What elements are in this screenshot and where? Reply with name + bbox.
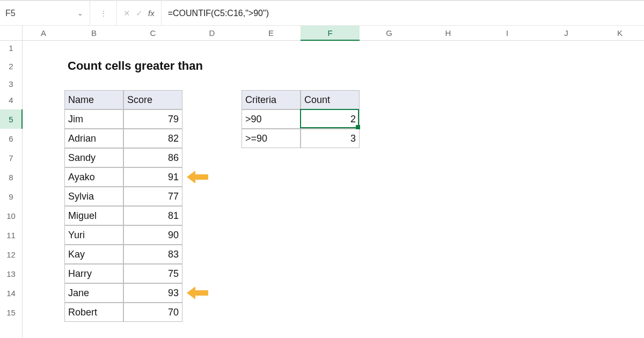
row-header-1[interactable]: 1 <box>0 41 22 55</box>
table2-count-5[interactable]: 2 <box>301 109 360 129</box>
name-box-value: F5 <box>5 9 77 18</box>
column-header-A[interactable]: A <box>23 26 64 40</box>
column-header-I[interactable]: I <box>478 26 537 40</box>
chevron-down-icon[interactable]: ⌄ <box>77 9 83 17</box>
row-header-9[interactable]: 9 <box>0 187 22 206</box>
table1-score-12[interactable]: 83 <box>123 245 182 264</box>
column-header-J[interactable]: J <box>537 26 596 40</box>
fx-icon[interactable]: fx <box>148 9 155 18</box>
table1-name-6[interactable]: Adrian <box>64 129 123 148</box>
formula-bar-icons: ✕ ✓ fx <box>117 1 162 25</box>
table1-name-10[interactable]: Miguel <box>64 206 123 225</box>
column-header-B[interactable]: B <box>64 26 123 40</box>
row-header-15[interactable]: 15 <box>0 303 22 322</box>
column-header-H[interactable]: H <box>419 26 478 40</box>
row-header-4[interactable]: 4 <box>0 90 22 109</box>
column-header-C[interactable]: C <box>123 26 182 40</box>
table1-score-7[interactable]: 86 <box>123 148 182 167</box>
cancel-icon[interactable]: ✕ <box>123 9 130 18</box>
table1-score-11[interactable]: 90 <box>123 225 182 245</box>
row-header-11[interactable]: 11 <box>0 225 22 245</box>
select-all-corner[interactable] <box>0 26 22 41</box>
table1-score-6[interactable]: 82 <box>123 129 182 148</box>
column-header-K[interactable]: K <box>596 26 644 40</box>
row-header-5[interactable]: 5 <box>0 109 22 129</box>
page-title: Count cells greater than <box>64 55 301 77</box>
table2-criteria-6[interactable]: >=90 <box>241 129 301 148</box>
table1-score-10[interactable]: 81 <box>123 206 182 225</box>
table2-header-criteria[interactable]: Criteria <box>241 90 301 109</box>
table1-header-score[interactable]: Score <box>123 90 182 109</box>
table1-name-12[interactable]: Kay <box>64 245 123 264</box>
row-header-14[interactable]: 14 <box>0 283 22 303</box>
table2-count-6[interactable]: 3 <box>301 129 360 148</box>
table1-score-15[interactable]: 70 <box>123 303 182 322</box>
table1-name-9[interactable]: Sylvia <box>64 187 123 206</box>
enter-icon[interactable]: ✓ <box>136 9 143 18</box>
row-header-10[interactable]: 10 <box>0 206 22 225</box>
formula-bar: F5 ⌄ ⋮ ✕ ✓ fx <box>0 0 644 26</box>
table1-name-7[interactable]: Sandy <box>64 148 123 167</box>
worksheet: 123456789101112131415 ABCDEFGHIJK Count … <box>0 26 644 338</box>
formula-bar-divider-dots: ⋮ <box>90 1 117 25</box>
table1-score-5[interactable]: 79 <box>123 109 182 129</box>
table1-header-name[interactable]: Name <box>64 90 123 109</box>
grid: ABCDEFGHIJK Count cells greater thanName… <box>23 26 644 338</box>
app-frame: F5 ⌄ ⋮ ✕ ✓ fx 123456789101112131415 ABCD… <box>0 0 644 338</box>
column-header-F[interactable]: F <box>301 26 360 40</box>
row-header-2[interactable]: 2 <box>0 55 22 77</box>
table2-header-count[interactable]: Count <box>301 90 360 109</box>
table1-name-15[interactable]: Robert <box>64 303 123 322</box>
formula-input[interactable] <box>162 1 644 25</box>
column-header-G[interactable]: G <box>360 26 419 40</box>
table1-score-14[interactable]: 93 <box>123 283 182 303</box>
table1-name-5[interactable]: Jim <box>64 109 123 129</box>
table1-name-8[interactable]: Ayako <box>64 167 123 187</box>
table1-name-11[interactable]: Yuri <box>64 225 123 245</box>
table1-score-13[interactable]: 75 <box>123 264 182 283</box>
row-header-3[interactable]: 3 <box>0 77 22 90</box>
table2-criteria-5[interactable]: >90 <box>241 109 301 129</box>
table1-score-9[interactable]: 77 <box>123 187 182 206</box>
arrow-left-icon <box>187 287 208 299</box>
table1-name-13[interactable]: Harry <box>64 264 123 283</box>
row-headers: 123456789101112131415 <box>0 26 23 338</box>
column-header-D[interactable]: D <box>182 26 241 40</box>
name-box[interactable]: F5 ⌄ <box>0 1 90 25</box>
cells-area[interactable]: Count cells greater thanNameScoreJim79Ad… <box>23 41 644 338</box>
row-header-6[interactable]: 6 <box>0 129 22 148</box>
row-header-13[interactable]: 13 <box>0 264 22 283</box>
row-header-7[interactable]: 7 <box>0 148 22 167</box>
column-header-E[interactable]: E <box>241 26 301 40</box>
column-headers: ABCDEFGHIJK <box>23 26 644 41</box>
arrow-left-icon <box>187 171 208 183</box>
table1-score-8[interactable]: 91 <box>123 167 182 187</box>
table1-name-14[interactable]: Jane <box>64 283 123 303</box>
row-header-12[interactable]: 12 <box>0 245 22 264</box>
row-header-8[interactable]: 8 <box>0 167 22 187</box>
